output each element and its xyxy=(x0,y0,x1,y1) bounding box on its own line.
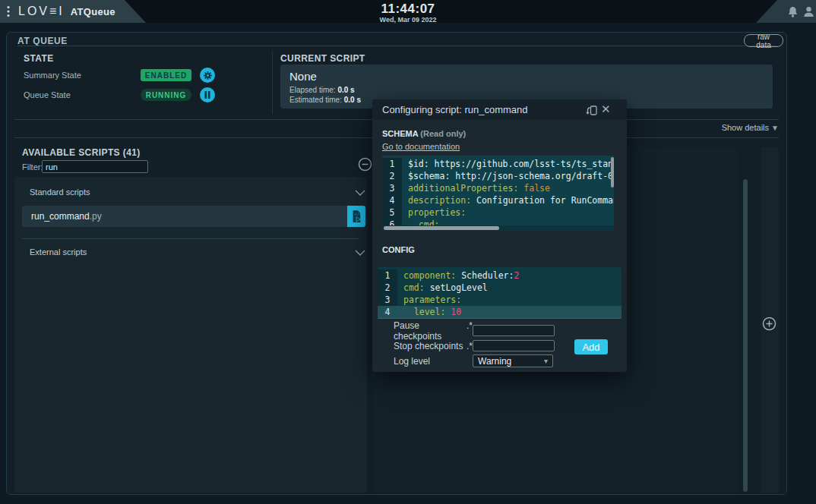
top-header-bar: LOV≡I ATQueue 11:44:07 Wed, Mar 09 2022 xyxy=(0,0,816,23)
gear-icon xyxy=(203,71,213,80)
notifications-bell-icon[interactable] xyxy=(787,5,799,18)
scripts-group-divider xyxy=(22,238,359,239)
summary-state-badge: ENABLED xyxy=(141,69,191,81)
log-level-label: Log level xyxy=(394,356,430,367)
estimated-time-value: 0.0 s xyxy=(344,96,361,104)
chevron-down-icon[interactable] xyxy=(355,190,365,196)
schema-code-editor[interactable]: 1$id: https://github.com/lsst-ts/ts_stan… xyxy=(382,156,614,231)
code-line: 3additionalProperties: false xyxy=(382,182,614,194)
schema-heading: SCHEMA (Read only) xyxy=(382,129,466,138)
script-name: run_command xyxy=(31,211,90,222)
queue-state-badge: RUNNING xyxy=(141,89,191,101)
code-line: 2$schema: http://json-schema.org/draft-0… xyxy=(382,170,614,182)
close-icon[interactable]: ✕ xyxy=(601,102,611,116)
code-line: 1component: Scheduler:2 xyxy=(378,269,621,282)
love-logo: LOV≡I xyxy=(18,5,65,18)
current-script-heading: CURRENT SCRIPT xyxy=(280,53,365,64)
circle-plus-icon xyxy=(762,317,776,331)
stop-checkpoints-label-wrap: Stop checkpoints .* xyxy=(394,341,473,351)
log-level-label-wrap: Log level xyxy=(394,356,473,367)
love-atqueue-app: LOV≡I ATQueue 11:44:07 Wed, Mar 09 2022 … xyxy=(0,0,816,504)
schema-readonly-note: (Read only) xyxy=(420,129,466,138)
panel-title: AT QUEUE xyxy=(17,36,68,46)
log-level-select[interactable]: Warning ▾ xyxy=(473,354,553,367)
circle-minus-icon xyxy=(358,157,372,172)
pause-icon xyxy=(204,91,210,99)
collapse-scripts-button[interactable] xyxy=(358,157,372,175)
svg-text:</>: </> xyxy=(354,212,361,216)
script-launch-icon: </> xyxy=(351,209,362,223)
log-level-value: Warning xyxy=(478,356,511,367)
estimated-time-label: Estimated time: xyxy=(289,96,342,104)
add-button[interactable]: Add xyxy=(574,339,608,354)
show-details-toggle[interactable]: Show details ▼ xyxy=(675,123,779,132)
pause-checkpoints-regex: .* xyxy=(467,320,473,342)
clock: 11:44:07 Wed, Mar 09 2022 xyxy=(380,2,437,24)
detach-window-icon[interactable] xyxy=(585,105,598,116)
state-heading: STATE xyxy=(24,53,54,64)
app-title: ATQueue xyxy=(71,6,115,17)
panel-title-divider xyxy=(17,46,777,46)
stop-checkpoints-label: Stop checkpoints xyxy=(394,341,463,351)
elapsed-time-value: 0.0 s xyxy=(337,86,354,94)
pause-checkpoints-label-wrap: Pause checkpoints .* xyxy=(394,320,473,342)
filter-input[interactable] xyxy=(42,160,148,173)
current-script-name: None xyxy=(289,70,317,83)
queue-scrollbar[interactable] xyxy=(743,179,748,492)
code-line: 5properties: xyxy=(382,206,614,219)
raw-data-button[interactable]: raw data xyxy=(744,34,783,47)
launch-script-button[interactable]: </> xyxy=(347,206,365,227)
chevron-down-icon[interactable] xyxy=(355,250,365,256)
config-code-editor[interactable]: 1component: Scheduler:22cmd: setLogLevel… xyxy=(378,267,621,319)
queue-state-label: Queue State xyxy=(24,90,71,99)
pause-checkpoints-row: Pause checkpoints .* xyxy=(394,324,609,337)
stop-checkpoints-input[interactable] xyxy=(473,340,555,351)
schema-hscroll-thumb[interactable] xyxy=(384,226,499,230)
summary-state-label: Summary State xyxy=(24,71,81,80)
filter-label: Filter: xyxy=(22,162,43,172)
available-scripts-heading: AVAILABLE SCRIPTS (41) xyxy=(22,147,141,158)
estimated-time: Estimated time: 0.0 s xyxy=(289,96,361,104)
elapsed-time: Elapsed time: 0.0 s xyxy=(289,86,355,94)
state-script-divider xyxy=(272,52,273,114)
clock-time: 11:44:07 xyxy=(380,2,437,17)
show-details-caret-icon: ▼ xyxy=(771,124,779,132)
code-line: 3parameters: xyxy=(378,294,621,306)
external-scripts-group[interactable]: External scripts xyxy=(30,247,87,257)
modal-title: Configuring script: run_command xyxy=(382,104,527,115)
queue-pause-button[interactable] xyxy=(200,87,215,102)
pause-checkpoints-label: Pause checkpoints xyxy=(394,320,467,342)
schema-vscroll-thumb[interactable] xyxy=(611,157,614,187)
user-icon[interactable] xyxy=(803,5,814,18)
standard-scripts-group[interactable]: Standard scripts xyxy=(30,187,90,197)
menu-dots-icon[interactable] xyxy=(6,5,11,17)
stop-checkpoints-regex: .* xyxy=(467,341,473,351)
available-scripts-card: Standard scripts run_command.py </> Exte… xyxy=(14,177,367,493)
documentation-link[interactable]: Go to documentation xyxy=(382,142,460,151)
code-line: 2cmd: setLogLevel xyxy=(378,282,621,294)
configure-script-modal: Configuring script: run_command ✕ SCHEMA… xyxy=(372,99,627,372)
summary-state-gear-button[interactable] xyxy=(200,68,215,83)
schema-heading-text: SCHEMA xyxy=(382,129,418,138)
script-row[interactable]: run_command.py </> xyxy=(22,206,365,227)
show-details-label: Show details xyxy=(722,123,769,132)
config-heading: CONFIG xyxy=(382,245,415,254)
expand-scripts-button[interactable] xyxy=(762,317,776,334)
code-line: 1$id: https://github.com/lsst-ts/ts_stan… xyxy=(382,158,614,170)
code-line: 4 level: 10 xyxy=(378,306,621,319)
log-level-row: Log level Warning ▾ xyxy=(394,354,609,367)
script-extension: .py xyxy=(90,211,102,222)
select-caret-icon: ▾ xyxy=(544,357,548,365)
elapsed-time-label: Elapsed time: xyxy=(289,86,336,94)
clock-date: Wed, Mar 09 2022 xyxy=(380,16,437,24)
code-line: 4description: Configuration for RunComma… xyxy=(382,194,614,206)
header-left-tab: LOV≡I ATQueue xyxy=(0,0,146,23)
pause-checkpoints-input[interactable] xyxy=(473,325,555,336)
